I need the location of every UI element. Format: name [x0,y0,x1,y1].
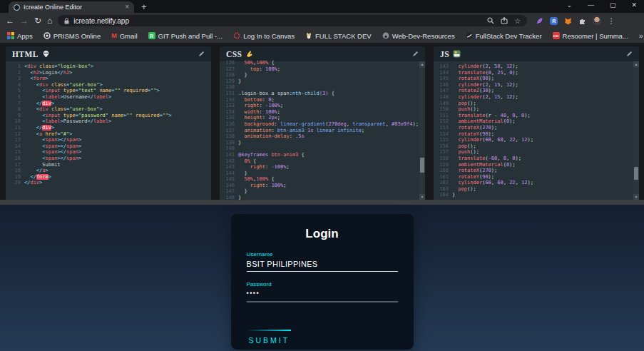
code-line[interactable]: 6 <label>Username</label> [6,94,211,101]
code-line[interactable]: 19 </form> [6,174,211,180]
code-line[interactable]: 161 rotateY(90); [434,174,639,180]
new-tab-button[interactable]: + [141,2,147,11]
code-line[interactable]: 146 cylinder(2, 15, 12); [434,82,639,88]
code-line[interactable]: 155 cylinder(60, 60, 22, 12); [434,137,639,143]
code-line[interactable]: 126 50%,100% { [220,60,425,66]
profile-avatar[interactable] [593,16,601,25]
code-line[interactable]: 149 pop(); [434,101,639,107]
css-code-area[interactable]: 126 50%,100% {127 top: 100%;128 }129}130… [220,60,425,200]
code-line[interactable]: 130 [220,84,425,91]
code-line[interactable]: 145 50%,100% { [220,176,425,183]
code-line[interactable]: 147 rotateZ(30); [434,88,639,94]
code-line[interactable]: 156 pop(); [434,143,639,150]
code-line[interactable]: 151 translate(r - 40, 0, 0); [434,113,639,119]
code-line[interactable]: 150 push(); [434,106,639,113]
code-line[interactable]: 153 rotateX(270); [434,125,639,131]
code-line[interactable]: 152 ambientMaterial(0); [434,118,639,125]
url-text[interactable]: icreate.netlify.app [73,17,483,25]
code-line[interactable]: 20</div> [6,180,211,186]
code-line[interactable]: 136 background: linear-gradient(270deg, … [220,121,425,128]
code-line[interactable]: 10 <label>Password</label> [6,118,211,125]
maximize-icon[interactable]: ▢ [610,1,616,9]
bookmark-star-icon[interactable]: ☆ [514,17,521,25]
edit-pencil-icon[interactable] [626,51,633,57]
code-line[interactable]: 147 } [220,188,425,195]
browser-tab[interactable]: Icreate Online Editor × [9,1,134,13]
zoom-magnifier-icon[interactable] [487,17,494,24]
scroll-up-icon[interactable]: ▲ [419,61,425,67]
js-code-area[interactable]: 143 cylinder(2, 50, 12);144 translate(0,… [434,61,639,200]
edit-pencil-icon[interactable] [198,51,205,57]
forward-icon[interactable]: → [20,16,29,25]
code-line[interactable]: 154 rotateY(90); [434,131,639,138]
code-line[interactable]: 1<div class="login-box"> [6,63,211,70]
code-line[interactable]: 134 width: 100%; [220,109,425,116]
code-line[interactable]: 131.login-box a span:nth-child(3) { [220,91,425,97]
reload-icon[interactable]: ↻ [34,16,41,25]
code-line[interactable]: 132 bottom: 0; [220,97,425,103]
code-line[interactable]: 142 0% { [220,158,425,165]
tab-close-icon[interactable]: × [125,4,129,11]
metamask-fox-icon[interactable] [564,17,572,25]
bookmark-item-2[interactable]: MGmail [111,32,137,40]
code-line[interactable]: 143 cylinder(2, 50, 12); [434,63,639,70]
bookmark-item-6[interactable]: Web-Dev-Resources [382,32,455,40]
code-line[interactable]: 141@keyframes btn-anim3 { [220,152,425,158]
code-line[interactable]: 140 [220,146,425,152]
edit-pencil-icon[interactable] [412,51,419,57]
code-line[interactable]: 148} [220,195,425,200]
code-line[interactable]: 144 } [220,171,425,177]
code-line[interactable]: 135 height: 2px; [220,115,425,121]
code-line[interactable]: 3 <form> [6,76,211,82]
submit-button[interactable]: SUBMIT [247,330,398,345]
back-icon[interactable]: ← [6,16,14,25]
js-scrollbar-thumb[interactable] [634,167,638,180]
scroll-down-icon[interactable]: ▼ [633,194,639,200]
bookmark-item-3[interactable]: RGIT Push and Pull -... [148,32,223,40]
html-code-area[interactable]: 1<div class="login-box">2 <h2>Login</h2>… [6,61,211,200]
code-line[interactable]: 8 <div class="user-box"> [6,106,211,113]
browser-menu-icon[interactable]: ⋮ [608,17,615,25]
bookmark-item-8[interactable]: ooResoomer | Summa... [553,32,628,40]
feather-extension-icon[interactable] [536,17,543,25]
code-line[interactable]: 148 cylinder(2, 15, 12); [434,94,639,101]
code-line[interactable]: 143 right: -100%; [220,164,425,171]
blue-shield-extension-icon[interactable]: R [550,17,558,25]
code-line[interactable]: 133 right: -100%; [220,103,425,109]
code-line[interactable]: 7 </div> [6,101,211,107]
code-line[interactable]: 4 <div class="user-box"> [6,82,211,88]
code-line[interactable]: 160 rotateX(270); [434,168,639,174]
code-line[interactable]: 127 top: 100%; [220,66,425,73]
editor-preview-divider[interactable] [0,200,644,205]
puzzle-extensions-icon[interactable] [578,17,586,25]
close-window-icon[interactable]: ✕ [631,1,637,9]
code-line[interactable]: 14 <span></span> [6,143,211,150]
code-line[interactable]: 13 <span></span> [6,137,211,143]
code-line[interactable]: 139} [220,140,425,146]
code-line[interactable]: 145 rotateX(90); [434,76,639,82]
code-line[interactable]: 128 } [220,72,425,78]
code-line[interactable]: 9 <input type="password" name="" require… [6,113,211,119]
code-line[interactable]: 164} [434,192,639,198]
code-line[interactable]: 138 animation-delay: .5s [220,133,425,140]
bookmark-item-5[interactable]: FULL STACK DEV [305,32,372,40]
code-line[interactable]: 137 animation: btn-anim3 1s linear infin… [220,128,425,134]
code-line[interactable]: 17 Submit [6,162,211,168]
code-line[interactable]: 163 pop(); [434,186,639,193]
scroll-up-icon[interactable]: ▲ [633,61,639,67]
password-input[interactable]: •••• [247,290,398,297]
code-line[interactable]: 16 <span></span> [6,156,211,162]
address-bar[interactable]: icreate.netlify.app ☆ [58,15,527,26]
tab-search-icon[interactable]: ⌄ [566,1,572,9]
bookmark-item-4[interactable]: Log In to Canvas [233,32,295,40]
code-line[interactable]: 2 <h2>Login</h2> [6,70,211,76]
code-line[interactable]: 129} [220,78,425,85]
username-input[interactable]: BSIT PHILIPPINES [247,260,398,268]
js-scrollbar[interactable]: ▲ ▼ [633,61,639,200]
code-line[interactable]: 158 translate(-60, 0, 0); [434,156,639,162]
code-line[interactable]: 159 ambientMaterial(0); [434,162,639,168]
bookmark-item-7[interactable]: FullStack Dev Tracker [466,32,542,40]
code-line[interactable]: 18 </a> [6,168,211,174]
code-line[interactable]: 144 translate(0, 25, 0); [434,70,639,76]
code-line[interactable]: 157 push(); [434,149,639,156]
